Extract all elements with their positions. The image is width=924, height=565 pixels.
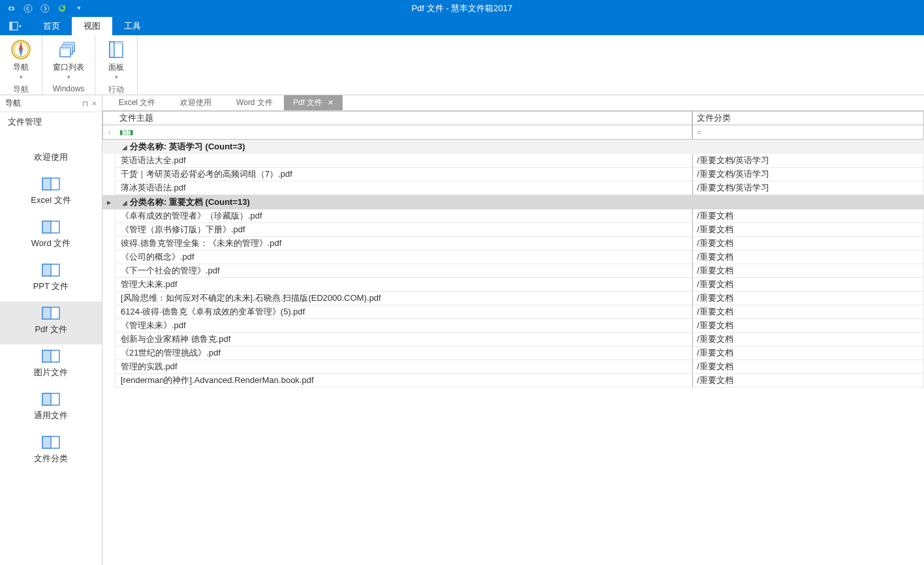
table-row[interactable]: 《管理未来》.pdf/重要文档 bbox=[102, 319, 924, 333]
ribbon-group-label: 行动 bbox=[108, 84, 124, 95]
row-gutter bbox=[102, 181, 116, 195]
qat-icon-forward[interactable] bbox=[40, 4, 50, 13]
table-row[interactable]: 干货｜考研英语必背必考的高频词组（7）.pdf/重要文档/英语学习 bbox=[102, 168, 924, 181]
expand-icon[interactable]: ◢ bbox=[119, 144, 130, 151]
grid-filter-row: ♀ ▮▯◨ = bbox=[102, 125, 924, 140]
cell-topic: 6124-彼得·德鲁克《卓有成效的变革管理》(5).pdf bbox=[116, 305, 692, 319]
sidebar-item-3[interactable]: PPT 文件 bbox=[0, 258, 102, 301]
group-row[interactable]: ◢分类名称: 英语学习 (Count=3) bbox=[102, 140, 924, 154]
doctab-2[interactable]: Word 文件 bbox=[225, 95, 284, 110]
filter-icon[interactable]: ♀ bbox=[102, 125, 116, 140]
close-icon[interactable]: × bbox=[92, 99, 97, 108]
svg-rect-7 bbox=[64, 42, 74, 44]
svg-point-1 bbox=[41, 5, 49, 12]
document-icon bbox=[42, 307, 60, 320]
sidebar-item-5[interactable]: 图片文件 bbox=[0, 344, 102, 388]
sidebar-item-label: 欢迎使用 bbox=[34, 151, 68, 163]
menutab-1[interactable]: 视图 bbox=[72, 17, 112, 35]
table-row[interactable]: 创新与企业家精神 德鲁克.pdf/重要文档 bbox=[102, 333, 924, 346]
sidebar-item-label: 图片文件 bbox=[34, 367, 68, 378]
row-gutter bbox=[102, 209, 116, 223]
svg-rect-14 bbox=[110, 42, 114, 57]
doctab-0[interactable]: Excel 文件 bbox=[108, 95, 166, 110]
qat-icon-refresh[interactable] bbox=[57, 4, 67, 13]
grid-gutter-header bbox=[102, 111, 116, 125]
group-label: 分类名称: 英语学习 (Count=3) bbox=[130, 141, 245, 153]
cell-topic: 创新与企业家精神 德鲁克.pdf bbox=[116, 333, 692, 346]
close-icon[interactable]: ✕ bbox=[328, 99, 333, 107]
svg-rect-24 bbox=[42, 350, 51, 362]
qat-icon-back[interactable] bbox=[23, 4, 33, 13]
sidebar-item-2[interactable]: Word 文件 bbox=[0, 215, 102, 258]
sidebar-item-7[interactable]: 文件分类 bbox=[0, 431, 102, 474]
menutab-2[interactable]: 工具 bbox=[112, 17, 153, 35]
svg-rect-22 bbox=[42, 307, 51, 319]
cell-category: /重要文档 bbox=[692, 278, 924, 292]
table-row[interactable]: 《管理（原书修订版）下册》.pdf/重要文档 bbox=[102, 223, 924, 237]
svg-point-0 bbox=[24, 5, 32, 12]
ribbon-btn-windows[interactable]: 窗口列表▾ bbox=[50, 38, 87, 83]
row-gutter bbox=[102, 223, 116, 237]
cell-category: /重要文档 bbox=[692, 319, 924, 333]
ribbon-btn-nav[interactable]: 导航▾ bbox=[8, 38, 34, 83]
cell-topic: 薄冰英语语法.pdf bbox=[116, 181, 692, 195]
ribbon-btn-label: 窗口列表▾ bbox=[53, 63, 84, 82]
table-row[interactable]: 薄冰英语语法.pdf/重要文档/英语学习 bbox=[102, 181, 924, 195]
svg-rect-26 bbox=[42, 393, 51, 405]
sidebar-item-1[interactable]: Excel 文件 bbox=[0, 172, 102, 215]
table-row[interactable]: [renderman的神作].Advanced.RenderMan.book.p… bbox=[102, 374, 924, 388]
svg-rect-11 bbox=[60, 48, 70, 50]
table-row[interactable]: 《卓有成效的管理者》（珍藏版）.pdf/重要文档 bbox=[102, 209, 924, 223]
table-row[interactable]: 彼得.德鲁克管理全集：《未来的管理》.pdf/重要文档 bbox=[102, 237, 924, 251]
ribbon-group-windows: 窗口列表▾ Windows bbox=[42, 35, 95, 95]
sidebar: 导航 ⊓ × 文件管理 欢迎使用Excel 文件Word 文件PPT 文件Pdf… bbox=[0, 95, 102, 565]
ribbon-btn-panel[interactable]: 面板▾ bbox=[103, 38, 129, 83]
table-row[interactable]: 《下一个社会的管理》.pdf/重要文档 bbox=[102, 264, 924, 278]
row-gutter bbox=[102, 333, 116, 346]
column-header-category[interactable]: 文件分类 bbox=[692, 111, 924, 125]
sidebar-item-label: 文件分类 bbox=[34, 453, 68, 465]
document-icon bbox=[42, 350, 60, 363]
row-gutter bbox=[102, 292, 116, 305]
table-row[interactable]: 《公司的概念》.pdf/重要文档 bbox=[102, 251, 924, 264]
expand-icon[interactable]: ◢ bbox=[119, 199, 130, 206]
sidebar-item-0[interactable]: 欢迎使用 bbox=[0, 151, 102, 172]
cell-topic: 《公司的概念》.pdf bbox=[116, 251, 692, 264]
document-icon bbox=[42, 264, 60, 277]
table-row[interactable]: 管理大未来.pdf/重要文档 bbox=[102, 278, 924, 292]
column-header-topic[interactable]: 文件主题 bbox=[116, 111, 692, 125]
menutab-0[interactable]: 首页 bbox=[31, 17, 72, 35]
table-row[interactable]: 英语语法大全.pdf/重要文档/英语学习 bbox=[102, 154, 924, 168]
qat-icon-link[interactable] bbox=[7, 4, 16, 13]
row-gutter bbox=[102, 360, 116, 374]
table-row[interactable]: 6124-彼得·德鲁克《卓有成效的变革管理》(5).pdf/重要文档 bbox=[102, 305, 924, 319]
cell-category: /重要文档 bbox=[692, 292, 924, 305]
doctab-3[interactable]: Pdf 文件✕ bbox=[284, 95, 343, 110]
sidebar-item-label: Pdf 文件 bbox=[35, 324, 67, 335]
filter-topic[interactable]: ▮▯◨ bbox=[116, 125, 692, 140]
cell-topic: 管理的实践.pdf bbox=[116, 360, 692, 374]
table-row[interactable]: 管理的实践.pdf/重要文档 bbox=[102, 360, 924, 374]
ribbon-group-nav: 导航▾ 导航 bbox=[0, 35, 42, 95]
table-row[interactable]: [风险思维：如何应对不确定的未来].石晓燕.扫描版(ED2000.COM).pd… bbox=[102, 292, 924, 305]
doctab-1[interactable]: 欢迎使用 bbox=[166, 95, 225, 110]
svg-rect-28 bbox=[42, 436, 51, 448]
group-row[interactable]: ▸◢分类名称: 重要文档 (Count=13) bbox=[102, 195, 924, 209]
sidebar-item-6[interactable]: 通用文件 bbox=[0, 388, 102, 431]
qat-dropdown-icon[interactable]: ▼ bbox=[74, 4, 84, 13]
titlebar: ▼ Pdf 文件 - 慧丰文件箱2017 bbox=[0, 0, 924, 16]
sidebar-item-4[interactable]: Pdf 文件 bbox=[0, 301, 102, 344]
ribbon-group-label: 导航 bbox=[13, 84, 29, 95]
cell-topic: 《卓有成效的管理者》（珍藏版）.pdf bbox=[116, 209, 692, 223]
document-icon bbox=[42, 436, 60, 449]
document-icon bbox=[42, 393, 60, 406]
row-gutter bbox=[102, 264, 116, 278]
cell-category: /重要文档 bbox=[692, 264, 924, 278]
pin-icon[interactable]: ⊓ bbox=[82, 99, 88, 108]
windows-icon bbox=[58, 39, 79, 60]
filter-category[interactable]: = bbox=[692, 125, 924, 140]
svg-rect-18 bbox=[42, 221, 51, 233]
table-row[interactable]: 《21世纪的管理挑战》.pdf/重要文档 bbox=[102, 346, 924, 360]
svg-rect-20 bbox=[42, 264, 51, 276]
file-menu-button[interactable] bbox=[0, 17, 31, 35]
